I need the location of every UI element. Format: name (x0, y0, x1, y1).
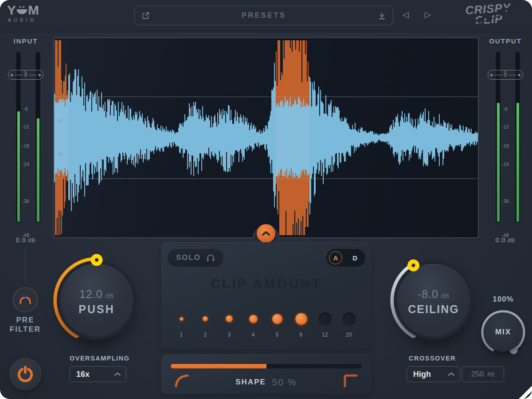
clip-amount-title: CLIP AMOUNT (161, 276, 372, 291)
waveform-graph (54, 38, 478, 237)
ad-mode-toggle[interactable]: A D (326, 249, 365, 267)
meter-tick: -12 (4, 124, 47, 129)
clip-step-12[interactable] (313, 309, 337, 329)
prefilter-connector-line (25, 248, 26, 283)
presets-bar[interactable]: PRESETS (134, 6, 393, 25)
clip-step-dot-inactive[interactable] (319, 313, 332, 325)
clip-step-label: 2 (193, 332, 217, 338)
clip-step-label: 12 (313, 332, 337, 338)
clip-step-label: 3 (217, 332, 241, 338)
clip-amount-panel: SOLO A D CLIP AMOUNT 1234561220 (161, 242, 372, 349)
output-meter: OUTPUT 6-6-12-18-24-36-48 0 0.0dB (484, 37, 527, 250)
meter-tick: -6 (484, 106, 527, 112)
clip-step-label: 20 (337, 332, 361, 338)
input-meter: INPUT 6-6-12-18-24-36-48 0 0.0dB (4, 37, 47, 250)
crossover-label: CROSSOVER (409, 355, 456, 362)
clip-amount-steps (169, 309, 361, 329)
clip-step-20[interactable] (337, 309, 361, 329)
expand-waveform-button[interactable] (257, 224, 275, 243)
brand-letter: M (28, 4, 39, 16)
mix-value: 100% (484, 295, 523, 304)
power-icon (16, 365, 35, 384)
chevron-up-icon (114, 372, 121, 376)
clip-step-label: 1 (169, 332, 193, 338)
meter-tick: -24 (484, 162, 527, 167)
meter-tick: -24 (4, 162, 47, 167)
pre-filter-label: PREFILTER (3, 315, 47, 334)
clip-step-dot-active[interactable] (203, 316, 208, 322)
power-button[interactable] (10, 359, 41, 390)
shape-slider-fill (171, 364, 266, 368)
chevron-up-icon (262, 231, 270, 236)
clip-step-dot-active[interactable] (226, 315, 233, 322)
preset-prev-button[interactable]: ◁ (403, 10, 409, 19)
meter-tick: -6 (4, 106, 47, 112)
crossover-freq-field[interactable]: 250Hz (462, 366, 504, 382)
push-knob[interactable]: 12.0dB PUSH (60, 264, 133, 337)
meter-tick: -12 (484, 124, 527, 129)
clip-step-label: 5 (265, 332, 289, 338)
meter-tick: -36 (4, 198, 47, 204)
clip-step-label: 4 (241, 332, 265, 338)
output-readout: 0.0dB (484, 236, 527, 244)
clip-amount-step-labels: 1234561220 (169, 332, 361, 338)
oversampling-label: OVERSAMPLING (70, 355, 130, 362)
shape-value: 50 % (272, 377, 297, 387)
clip-step-dot-active[interactable] (180, 317, 184, 321)
clip-step-dot-active[interactable] (249, 315, 258, 323)
brand-letter: Y (7, 4, 16, 16)
meter-tick: -36 (484, 198, 527, 204)
clip-step-dot-inactive[interactable] (343, 313, 356, 325)
clip-step-label: 6 (289, 332, 313, 338)
clip-step-4[interactable] (241, 309, 265, 329)
yum-audio-logo: Y M AUDIO (7, 4, 60, 23)
crossover-mode-dropdown[interactable]: High (407, 366, 460, 382)
headphones-icon (206, 254, 215, 262)
output-title: OUTPUT (484, 37, 527, 45)
crispy-clip-plugin: Y M AUDIO PRESETS ◁ ▷ CRISPY (0, 0, 532, 399)
clip-step-dot-active[interactable] (272, 314, 282, 324)
attack-mode-option[interactable]: A (329, 251, 342, 264)
download-icon[interactable] (377, 11, 387, 20)
ceiling-knob[interactable]: -8.0dB CEILING (397, 264, 470, 337)
clip-step-1[interactable] (169, 309, 193, 329)
crispy-clip-logo: CRISPY CLIP (451, 0, 526, 32)
clip-step-2[interactable] (193, 309, 217, 329)
mix-knob[interactable]: MIX (484, 313, 523, 352)
oversampling-dropdown[interactable]: 16x (70, 366, 126, 382)
ceiling-line-bottom (54, 178, 478, 179)
top-bar: Y M AUDIO PRESETS ◁ ▷ CRISPY (0, 0, 532, 32)
preset-next-button[interactable]: ▷ (425, 10, 431, 19)
meter-tick: -18 (484, 143, 527, 148)
decay-mode-option[interactable]: D (352, 254, 357, 262)
input-trim-slider[interactable]: 0 (8, 70, 43, 80)
shape-slider[interactable] (171, 364, 362, 368)
presets-label: PRESETS (242, 11, 286, 20)
share-icon[interactable] (141, 11, 150, 20)
brand-sub-label: AUDIO (8, 18, 60, 23)
shape-label: SHAPE (235, 378, 266, 387)
shape-panel: SHAPE 50 % (161, 354, 372, 394)
meter-tick: -18 (4, 143, 47, 148)
waveform-display: -1-3-6-12-12-6-3-1 (53, 37, 479, 238)
solo-button[interactable]: SOLO (168, 249, 223, 267)
output-trim-slider[interactable]: 0 (488, 70, 523, 80)
bandpass-filter-icon (18, 295, 33, 305)
waveform-scale: -1-3-6-12-12-6-3-1 (57, 38, 68, 237)
clip-step-6[interactable] (289, 309, 313, 329)
bowl-icon (16, 6, 27, 16)
input-readout: 0.0dB (4, 236, 47, 244)
corner-fold-shadow (524, 391, 532, 399)
clip-step-5[interactable] (265, 309, 289, 329)
clip-step-3[interactable] (217, 309, 241, 329)
pre-filter-button[interactable] (13, 287, 38, 312)
clip-step-dot-active[interactable] (295, 313, 307, 325)
ceiling-line-top (54, 97, 478, 97)
chevron-up-icon (448, 372, 454, 376)
input-title: INPUT (4, 37, 47, 45)
